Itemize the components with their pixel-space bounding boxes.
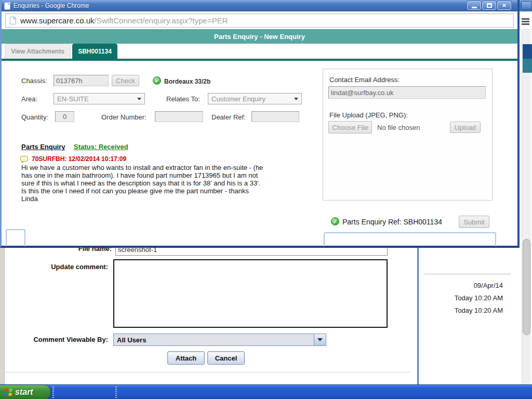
iframe-outline-right <box>324 232 496 246</box>
attach-button[interactable]: Attach <box>167 351 205 365</box>
relates-to-select[interactable]: Customer Enquiry <box>208 93 302 104</box>
minimize-icon <box>472 7 477 8</box>
window-title: Enquiries - Google Chrome <box>14 2 89 9</box>
chevron-down-icon <box>137 98 141 100</box>
enquiry-popup-window: Enquiries - Google Chrome ✕ www.supercar… <box>0 0 520 248</box>
dealer-ref-input[interactable] <box>251 111 299 122</box>
comment-header: 70SURFBH: 12/02/2014 10:17:09 <box>32 155 126 163</box>
comment-bubble-icon <box>20 156 28 162</box>
start-label: start <box>15 388 33 397</box>
email-input[interactable] <box>328 86 486 99</box>
url-input[interactable]: www.supercare.co.uk/SwiftConnect/enquiry… <box>5 14 514 28</box>
contact-panel: Contact Email Address: File Upload (JPEG… <box>323 69 493 201</box>
enquiry-ref-text: Parts Enquiry Ref: SBH001134 <box>342 218 442 226</box>
tab-view-attachments[interactable]: View Attachments <box>5 44 71 59</box>
check-button[interactable]: Check <box>112 75 139 86</box>
background-close-button[interactable] <box>521 1 532 10</box>
background-content-edge-teal <box>523 59 532 73</box>
order-number-input[interactable] <box>155 111 203 122</box>
start-button[interactable]: start <box>0 385 50 399</box>
update-comment-label: Update comment: <box>35 263 108 271</box>
page-icon <box>10 17 16 24</box>
check-success-icon: ✓ <box>153 76 161 85</box>
quantity-input[interactable] <box>55 111 74 122</box>
update-comment-textarea[interactable] <box>113 259 388 328</box>
comment-body: Hi we have a customer who wants to insta… <box>21 164 263 203</box>
tab-enquiry-ref[interactable]: SBH001134 <box>72 44 117 59</box>
date-list: 09/Apr/14 Today 10:20 AM Today 10:20 AM <box>419 280 503 317</box>
no-file-chosen-text: No file chosen <box>377 124 420 131</box>
choose-file-button[interactable]: Choose File <box>328 121 372 134</box>
ref-success-icon: ✓ <box>331 217 339 225</box>
url-bar: www.supercare.co.uk/SwiftConnect/enquiry… <box>2 11 517 29</box>
comment-viewable-value: All Users <box>114 336 314 344</box>
iframe-outline-left <box>6 229 25 246</box>
relates-to-value: Customer Enquiry <box>211 95 265 103</box>
background-window-left-edge <box>0 248 5 384</box>
area-label: Area: <box>21 95 37 103</box>
email-label: Contact Email Address: <box>329 76 400 84</box>
upload-button[interactable]: Upload <box>450 122 481 133</box>
chevron-down-icon <box>317 338 323 341</box>
url-path: /SwiftConnect/enquiry.aspx?type=PER <box>95 16 228 25</box>
tab-strip: View Attachments SBH001134 <box>2 44 517 59</box>
cancel-button[interactable]: Cancel <box>207 351 245 365</box>
maximize-icon <box>487 3 492 8</box>
maximize-button[interactable] <box>482 1 496 10</box>
order-number-label: Order Number: <box>101 113 147 121</box>
area-select[interactable]: EN-SUITE <box>54 93 145 104</box>
chassis-input[interactable] <box>54 75 109 86</box>
taskbar-separator <box>115 387 117 398</box>
close-button[interactable]: ✕ <box>497 1 511 10</box>
page-title: Parts Enquiry - New Enquiry <box>2 29 517 44</box>
dealer-ref-label: Dealer Ref: <box>211 113 246 121</box>
quantity-label: Quantity: <box>21 113 48 121</box>
date-item: Today 10:20 AM <box>419 304 503 317</box>
taskbar-separator <box>52 387 54 398</box>
combo-dropdown-button[interactable] <box>314 334 326 345</box>
file-upload-label: File Upload (JPEG, PNG): <box>329 111 408 119</box>
windows-logo-icon <box>4 389 12 396</box>
minimize-button[interactable] <box>467 1 481 10</box>
status-badge: Status: Received <box>74 143 128 151</box>
background-content-edge-navy <box>523 44 532 59</box>
close-icon: ✕ <box>502 3 506 8</box>
dates-divider <box>423 274 511 274</box>
comment-viewable-label: Comment Viewable By: <box>29 336 108 343</box>
dialog-bottom-divider <box>5 372 410 373</box>
tab-underline <box>2 59 517 61</box>
background-scrollbar-thumb[interactable] <box>523 239 530 335</box>
enquiry-section-title: Parts Enquiry <box>21 143 65 151</box>
taskbar: start e <box>0 384 532 399</box>
date-item: 09/Apr/14 <box>419 280 503 292</box>
relates-to-label: Relates To: <box>166 95 200 103</box>
date-item: Today 10:20 AM <box>419 292 503 304</box>
url-host: www.supercare.co.uk <box>20 16 95 25</box>
comment-viewable-select[interactable]: All Users <box>113 334 326 346</box>
chassis-label: Chassis: <box>21 77 47 85</box>
page-icon <box>4 2 10 10</box>
window-titlebar[interactable]: Enquiries - Google Chrome ✕ <box>2 0 517 11</box>
submit-button[interactable]: Submit <box>459 216 489 228</box>
menu-icon[interactable] <box>522 18 529 26</box>
chassis-result-text: Bordeaux 33/2b <box>164 78 210 85</box>
area-value: EN-SUITE <box>57 95 89 103</box>
chevron-down-icon <box>294 98 298 100</box>
